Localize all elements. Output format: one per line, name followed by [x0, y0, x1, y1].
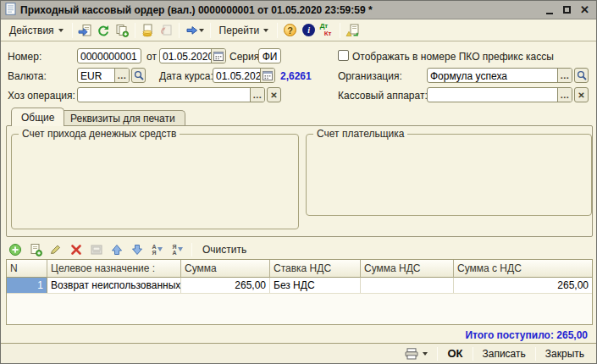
- structure-report-icon: [345, 24, 360, 37]
- rows-table[interactable]: N Целевое назначение : Сумма Ставка НДС …: [6, 259, 593, 325]
- prefix-checkbox[interactable]: [338, 50, 349, 61]
- cell-vat-rate[interactable]: Без НДС: [270, 278, 361, 293]
- cell-n[interactable]: 1: [7, 278, 47, 293]
- refresh-button[interactable]: [95, 22, 113, 39]
- edit-row-button[interactable]: [47, 242, 64, 257]
- payer-account-group-title: Счет плательщика: [313, 128, 407, 140]
- col-sum-with-vat[interactable]: Сумма с НДС: [454, 260, 592, 278]
- arrow-up-icon: [111, 244, 123, 256]
- document-icon: [5, 3, 16, 18]
- help-icon: ?: [284, 24, 296, 36]
- maximize-button[interactable]: [560, 3, 574, 16]
- table-row[interactable]: 1 Возврат неиспользованных... 265,00 Без…: [7, 278, 592, 294]
- cell-purpose[interactable]: Возврат неиспользованных...: [47, 278, 181, 293]
- document-window: Приходный кассовый ордер (вал.) 00000000…: [0, 0, 597, 364]
- delete-row-button[interactable]: [68, 242, 84, 257]
- copy-button[interactable]: [113, 22, 131, 39]
- number-field[interactable]: 0000000001: [77, 48, 141, 63]
- structure-report-button[interactable]: [344, 22, 362, 39]
- ot-label: от: [146, 51, 157, 63]
- series-label: Серия:: [229, 51, 263, 63]
- copy-row-button[interactable]: [27, 242, 43, 257]
- ok-button[interactable]: ОК: [440, 345, 469, 361]
- actions-menu-button[interactable]: Действия: [4, 23, 69, 38]
- magnifier-icon: [134, 70, 144, 80]
- cell-sum[interactable]: 265,00: [181, 278, 270, 293]
- move-up-button[interactable]: [108, 242, 124, 257]
- magnifier-icon: [577, 70, 587, 80]
- save-record-button[interactable]: [76, 22, 94, 39]
- operation-label: Хоз операция:: [8, 90, 75, 102]
- sort-ascending-button[interactable]: АЯ: [149, 242, 165, 257]
- rate-date-field[interactable]: 01.05.2020: [213, 68, 275, 83]
- operation-clear-button[interactable]: ✕: [267, 87, 281, 102]
- currency-field[interactable]: EUR ...: [77, 68, 130, 83]
- help-button[interactable]: ?: [281, 22, 299, 39]
- output-list-button[interactable]: [183, 22, 207, 39]
- income-account-group: Счет прихода денежных средств: [11, 134, 299, 229]
- calendar-button[interactable]: [260, 69, 274, 82]
- operation-field[interactable]: ...: [77, 87, 265, 102]
- cell-sum-with-vat[interactable]: 265,00: [454, 278, 592, 293]
- organization-label: Организация:: [338, 70, 402, 82]
- chevron-down-icon: [58, 29, 64, 32]
- finish-edit-button[interactable]: [88, 242, 104, 257]
- info-button[interactable]: i: [300, 22, 318, 39]
- col-purpose[interactable]: Целевое назначение :: [47, 260, 181, 278]
- income-account-group-title: Счет прихода денежных средств: [19, 128, 180, 140]
- finish-edit-icon: [90, 243, 103, 256]
- window-title: Приходный кассовый ордер (вал.) 00000000…: [20, 4, 538, 16]
- organization-field[interactable]: Формула успеха ...: [427, 68, 572, 83]
- undo-posting-icon: [159, 24, 173, 37]
- cash-device-select-button[interactable]: ...: [557, 88, 572, 102]
- close-button[interactable]: ✕: [578, 3, 592, 16]
- goto-menu-button[interactable]: Перейти: [214, 23, 274, 38]
- series-field[interactable]: ФИ: [258, 48, 281, 63]
- cash-device-field[interactable]: ...: [427, 87, 572, 102]
- calendar-button[interactable]: [211, 49, 225, 63]
- col-vat-rate[interactable]: Ставка НДС: [270, 260, 361, 278]
- add-icon: [8, 243, 22, 256]
- document-date-field[interactable]: 01.05.2020: [159, 48, 226, 63]
- cell-vat-sum[interactable]: [361, 278, 454, 293]
- organization-open-button[interactable]: [574, 68, 589, 83]
- col-sum[interactable]: Сумма: [181, 260, 270, 278]
- clear-table-button[interactable]: Очистить: [198, 244, 251, 256]
- copy-icon: [115, 24, 129, 37]
- title-bar: Приходный кассовый ордер (вал.) 00000000…: [1, 1, 596, 19]
- currency-select-button[interactable]: ...: [114, 69, 129, 82]
- sort-descending-button[interactable]: ЯА: [169, 242, 185, 257]
- delete-icon: [70, 244, 82, 256]
- close-window-button[interactable]: Закрыть: [539, 346, 591, 361]
- tab-print-details[interactable]: Реквизиты для печати: [60, 110, 185, 125]
- col-n[interactable]: N: [7, 260, 47, 278]
- refresh-icon: [97, 24, 110, 37]
- move-down-button[interactable]: [129, 242, 145, 257]
- cash-device-clear-button[interactable]: ✕: [574, 87, 589, 102]
- operation-select-button[interactable]: ...: [250, 88, 264, 102]
- chevron-down-icon: [423, 352, 428, 356]
- organization-select-button[interactable]: ...: [557, 69, 572, 82]
- col-vat-sum[interactable]: Сумма НДС: [361, 260, 454, 278]
- post-document-icon: [141, 24, 154, 37]
- post-document-button[interactable]: [139, 22, 157, 39]
- print-button[interactable]: [397, 346, 434, 361]
- pencil-icon: [49, 243, 62, 256]
- currency-open-button[interactable]: [131, 68, 146, 83]
- save-button[interactable]: Записать: [476, 346, 533, 361]
- total-value: 265,00: [556, 329, 588, 341]
- tab-general[interactable]: Общие: [11, 108, 64, 126]
- exchange-rate-value: 2,6261: [280, 70, 312, 82]
- calendar-icon: [213, 51, 224, 61]
- chevron-down-icon: [199, 29, 204, 32]
- sort-asc-icon: АЯ: [152, 244, 156, 256]
- minimize-button[interactable]: [542, 3, 556, 16]
- add-row-button[interactable]: [7, 242, 23, 257]
- show-postings-button[interactable]: ДтКт: [318, 22, 336, 39]
- total-received: Итого поступило: 265,00: [465, 329, 588, 341]
- undo-posting-button[interactable]: [158, 22, 175, 39]
- payer-account-group: Счет плательщика: [306, 134, 592, 216]
- main-toolbar: Действия Перейти ? i ДтКт: [1, 19, 596, 41]
- grid-toolbar: АЯ ЯА Очистить: [7, 241, 251, 257]
- total-label: Итого поступило:: [465, 329, 554, 341]
